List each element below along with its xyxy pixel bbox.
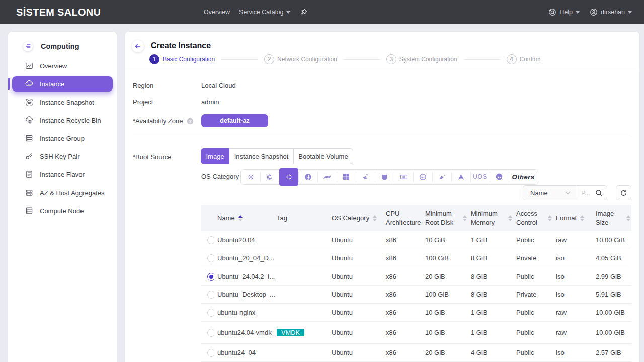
sort-asc-icon (238, 215, 243, 218)
sort-desc-icon (508, 219, 512, 221)
centos-icon (247, 173, 255, 181)
os-option-freebsd[interactable] (375, 170, 394, 184)
brand-logo: SİSTEM SALONU (16, 0, 101, 24)
user-avatar-icon (590, 8, 598, 16)
os-option-anolis[interactable] (490, 170, 509, 184)
sort-desc-icon (626, 219, 630, 221)
os-option-debian[interactable] (260, 170, 279, 184)
column-header-format[interactable]: Format (553, 210, 593, 227)
row-radio[interactable] (207, 291, 214, 299)
sidebar-item-instance[interactable]: Instance (12, 76, 113, 92)
os-option-openkylin[interactable] (432, 170, 451, 184)
openeuler-icon (362, 173, 369, 181)
image-name: Ubuntu_24.04.2_I... (217, 273, 275, 280)
sidebar-item-overview[interactable]: Overview (8, 57, 117, 75)
table-header: Name Tag OS Category (201, 205, 631, 231)
image-row-ubuntu24-04[interactable]: ubuntu24_04 Ubuntu x86 20 GiB 4 GiB Publ… (201, 344, 631, 362)
sidebar-item-instance-recycle-bin[interactable]: Instance Recycle Bin (8, 111, 117, 129)
boot-option-instance-snapshot[interactable]: Instance Snapshot (229, 148, 294, 164)
column-header-image-size[interactable]: Image Size (593, 205, 631, 231)
sort-carets (626, 215, 630, 221)
question-icon[interactable]: ? (187, 118, 194, 125)
sidebar-item-instance-group[interactable]: Instance Group (8, 129, 117, 147)
image-row-ubuntu-desktop[interactable]: Ubuntu_Desktop_... Ubuntu x86 100 GiB 8 … (201, 286, 631, 304)
image-row-ubuntu-24-04-2-i[interactable]: Ubuntu_24.04.2_I... Ubuntu x86 20 GiB 8 … (201, 267, 631, 286)
column-header-minimum-memory[interactable]: Minimum Memory (468, 205, 513, 231)
search-input[interactable] (581, 189, 593, 197)
os-option-centos[interactable] (241, 170, 260, 184)
page-header: Create Instance 1 Basic Configuration 2 … (125, 32, 639, 70)
debian-icon (266, 173, 274, 181)
row-radio[interactable] (207, 254, 214, 262)
sort-desc-icon (580, 219, 584, 221)
os-option-deepin[interactable] (413, 170, 432, 184)
image-row-ubuntu-20-04-d[interactable]: Ubuntu_20_04_D... Ubuntu x86 100 GiB 8 G… (201, 249, 631, 267)
image-row-ubuntu-nginx[interactable]: ubuntu-nginx Ubuntu x86 10 GiB 1 GiB Pub… (201, 304, 631, 322)
opensuse-icon (323, 173, 332, 181)
boot-option-bootable-volume[interactable]: Bootable Volume (294, 148, 353, 164)
availability-zone-label: *Availability Zone ? (133, 117, 194, 125)
os-option-arch[interactable] (451, 170, 470, 184)
sort-carets (580, 215, 584, 221)
row-radio[interactable] (207, 349, 214, 357)
search-icon[interactable] (595, 189, 603, 197)
image-name: ubuntu24.04-vmdk (217, 329, 272, 336)
row-radio[interactable] (207, 273, 214, 281)
boot-option-image[interactable]: Image (201, 148, 229, 164)
column-header-cpu-architecture[interactable]: CPU Architecture (383, 205, 422, 231)
back-button[interactable] (132, 40, 144, 52)
group-icon (25, 134, 33, 142)
sidebar-item-az-host-aggregates[interactable]: AZ & Host Aggregates (8, 184, 117, 202)
column-header-minimum-root-disk[interactable]: Minimum Root Disk (422, 205, 468, 231)
image-row-ubuntu24-04-vmdk[interactable]: ubuntu24.04-vmdk VMDK Ubuntu x86 10 GiB … (201, 322, 631, 344)
region-value: Local Cloud (201, 82, 236, 89)
page-title: Create Instance (151, 41, 211, 50)
column-header-tag[interactable]: Tag (274, 210, 329, 227)
sidebar-item-instance-flavor[interactable]: Instance Flavor (8, 165, 117, 184)
os-option-fedora[interactable] (298, 170, 317, 184)
anolis-icon (495, 173, 503, 181)
filter-field-select[interactable]: Name (523, 186, 576, 200)
step-system-configuration: 3 System Configuration (337, 54, 457, 64)
computing-menu-icon[interactable] (23, 42, 33, 51)
sort-asc-icon (580, 215, 584, 218)
os-option-windows[interactable] (337, 170, 356, 184)
table-toolbar: Name (125, 185, 631, 200)
availability-zone-option[interactable]: default-az (201, 114, 268, 127)
os-option-uos[interactable]: UOS (470, 170, 490, 184)
os-option-kylin[interactable] (394, 170, 413, 184)
sidebar-item-instance-snapshot[interactable]: Instance Snapshot (8, 93, 117, 111)
os-option-opensuse[interactable] (317, 170, 337, 184)
sort-asc-icon (548, 215, 552, 218)
table-body: Ubuntu20.04 Ubuntu x86 10 GiB 1 GiB Publ… (201, 231, 631, 362)
nav-service-catalog[interactable]: Service Catalog (239, 9, 290, 16)
topbar: SİSTEM SALONU Overview Service Catalog H… (0, 0, 644, 24)
row-radio[interactable] (207, 236, 214, 244)
help-menu[interactable]: Help (548, 8, 580, 16)
sort-desc-icon (373, 219, 377, 221)
refresh-button[interactable] (616, 185, 631, 200)
row-radio[interactable] (207, 309, 214, 317)
main-panel: Create Instance 1 Basic Configuration 2 … (125, 32, 639, 362)
sidebar-item-compute-node[interactable]: Compute Node (8, 202, 117, 220)
image-name: Ubuntu_Desktop_... (217, 291, 275, 298)
sort-asc-icon (626, 215, 630, 218)
os-option-openeuler[interactable] (356, 170, 375, 184)
instance-icon (25, 80, 33, 88)
image-table: Name Tag OS Category (201, 205, 631, 362)
os-option-others[interactable]: Others (509, 170, 538, 184)
column-header-os-category[interactable]: OS Category (329, 210, 383, 227)
chevron-down-icon (576, 11, 580, 14)
image-row-ubuntu20-04[interactable]: Ubuntu20.04 Ubuntu x86 10 GiB 1 GiB Publ… (201, 231, 631, 249)
os-option-ubuntu[interactable] (279, 168, 298, 186)
fedora-icon (304, 173, 312, 181)
column-header-name[interactable]: Name (214, 210, 274, 227)
nav-overview[interactable]: Overview (204, 9, 230, 16)
column-header-access-control[interactable]: Access Control (513, 205, 553, 231)
step-network-configuration: 2 Network Configuration (215, 54, 337, 64)
sidebar-item-ssh-key-pair[interactable]: SSH Key Pair (8, 147, 117, 165)
active-menu-indicator (8, 78, 10, 90)
row-radio[interactable] (207, 329, 214, 337)
pin-icon[interactable] (299, 8, 308, 17)
user-menu[interactable]: dirsehan (590, 8, 632, 16)
